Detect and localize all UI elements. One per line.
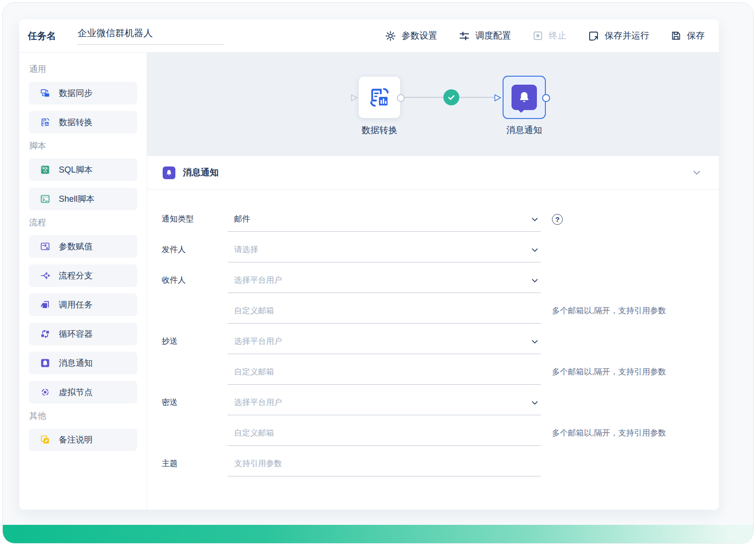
flow-canvas[interactable]: 数据转换 消息通知 xyxy=(147,53,719,156)
bcc-select[interactable]: 选择平台用户 xyxy=(228,397,541,415)
save-run-icon xyxy=(588,30,599,42)
loop-container-icon xyxy=(40,329,50,339)
save-and-run-label: 保存并运行 xyxy=(605,30,649,42)
notify-type-value: 邮件 xyxy=(234,214,250,223)
chevron-down-icon xyxy=(530,276,539,285)
node-notification-selected[interactable] xyxy=(503,76,546,119)
save-and-run-button[interactable]: 保存并运行 xyxy=(588,30,649,42)
sidebar-item-branch[interactable]: 流程分支 xyxy=(29,264,137,287)
sidebar-item-label: 备注说明 xyxy=(59,434,93,445)
sidebar-item-label: 循环容器 xyxy=(59,328,93,340)
form-row-notify-type: 通知类型 邮件 ? xyxy=(162,214,719,245)
notify-type-select[interactable]: 邮件 xyxy=(228,214,541,232)
custom-email-hint: 多个邮箱以,隔开，支持引用参数 xyxy=(552,306,666,316)
branch-icon xyxy=(40,271,50,280)
sidebar-item-shell-script[interactable]: Shell脚本 xyxy=(29,188,137,210)
note-icon xyxy=(40,435,50,444)
config-panel-header: 消息通知 xyxy=(147,156,719,190)
work-area: 通用 数据同步 xyxy=(19,53,719,510)
sidebar-item-label: Shell脚本 xyxy=(59,193,94,205)
output-port[interactable] xyxy=(542,94,550,102)
form-row-bcc-custom-email: 自定义邮箱 多个邮箱以,隔开，支持引用参数 xyxy=(162,428,719,459)
chevron-down-icon xyxy=(530,337,539,346)
bcc-custom-email-input[interactable]: 自定义邮箱 xyxy=(228,428,541,446)
param-settings-button[interactable]: 参数设置 xyxy=(385,30,437,42)
task-name-value: 企业微信群机器人 xyxy=(78,28,153,38)
sidebar-item-label: SQL脚本 xyxy=(59,164,93,175)
recipient-select[interactable]: 选择平台用户 xyxy=(228,275,541,293)
virtual-node-icon xyxy=(40,388,50,397)
form-row-cc-custom-email: 自定义邮箱 多个邮箱以,隔开，支持引用参数 xyxy=(162,367,719,397)
sql-script-icon: SQL <> xyxy=(40,165,50,174)
param-assign-icon: A xyxy=(40,242,50,251)
shell-script-icon xyxy=(40,194,50,204)
terminate-label: 终止 xyxy=(549,30,567,42)
cc-select[interactable]: 选择平台用户 xyxy=(228,336,541,354)
form-row-recipient: 收件人 选择平台用户 xyxy=(162,275,719,306)
cc-placeholder: 选择平台用户 xyxy=(234,337,282,346)
sidebar-item-call-task[interactable]: 调用任务 xyxy=(29,293,137,316)
subject-placeholder: 支持引用参数 xyxy=(234,459,282,468)
input-port-triangle-icon[interactable] xyxy=(494,94,502,102)
data-transform-icon xyxy=(40,118,50,127)
sidebar-item-param-assign[interactable]: A 参数赋值 xyxy=(29,235,137,258)
bcc-placeholder: 选择平台用户 xyxy=(234,398,282,407)
sender-select[interactable]: 请选择 xyxy=(228,245,541,262)
custom-email-placeholder: 自定义邮箱 xyxy=(234,367,274,376)
collapse-chevron-icon[interactable] xyxy=(692,167,702,178)
footer-gradient-bar xyxy=(3,525,753,543)
form-row-cc: 抄送 选择平台用户 xyxy=(162,336,719,367)
input-port-triangle-icon[interactable] xyxy=(350,94,358,102)
gear-icon xyxy=(385,30,396,42)
custom-email-hint: 多个邮箱以,隔开，支持引用参数 xyxy=(552,428,666,438)
main-column: 数据转换 消息通知 消息通知 xyxy=(147,53,719,510)
data-sync-icon xyxy=(40,88,50,98)
task-name-input[interactable]: 企业微信群机器人 xyxy=(77,27,224,45)
sidebar-item-data-sync[interactable]: 数据同步 xyxy=(29,82,137,104)
section-title-general: 通用 xyxy=(29,63,137,75)
main-window: 任务名 企业微信群机器人 参数设置 xyxy=(19,19,719,510)
node-label: 数据转换 xyxy=(345,124,414,136)
schedule-config-button[interactable]: 调度配置 xyxy=(458,30,511,42)
stop-icon xyxy=(532,30,543,41)
field-label: 发件人 xyxy=(162,245,228,255)
form-row-sender: 发件人 请选择 xyxy=(162,245,719,275)
svg-text:<>: <> xyxy=(43,170,47,173)
sidebar-item-notification[interactable]: 消息通知 xyxy=(29,352,137,374)
sidebar-item-virtual-node[interactable]: 虚拟节点 xyxy=(29,381,137,404)
form-row-recipient-custom-email: 自定义邮箱 多个邮箱以,隔开，支持引用参数 xyxy=(162,306,719,336)
schedule-config-label: 调度配置 xyxy=(475,30,511,42)
sidebar-item-label: 消息通知 xyxy=(59,357,93,369)
param-settings-label: 参数设置 xyxy=(402,30,437,42)
subject-input[interactable]: 支持引用参数 xyxy=(228,459,541,476)
custom-email-placeholder: 自定义邮箱 xyxy=(234,306,274,315)
sidebar-item-loop-container[interactable]: 循环容器 xyxy=(29,323,137,345)
form-row-subject: 主题 支持引用参数 xyxy=(162,459,719,489)
sidebar-item-note[interactable]: 备注说明 xyxy=(29,428,137,451)
section-title-flow: 流程 xyxy=(29,217,137,228)
config-panel-title: 消息通知 xyxy=(183,166,219,179)
cc-custom-email-input[interactable]: 自定义邮箱 xyxy=(228,367,541,385)
sidebar-item-data-transform[interactable]: 数据转换 xyxy=(29,111,137,134)
notification-icon xyxy=(40,358,50,368)
help-icon[interactable]: ? xyxy=(552,214,563,225)
sliders-icon xyxy=(458,30,470,42)
section-title-other: 其他 xyxy=(29,410,137,421)
custom-email-hint: 多个邮箱以,隔开，支持引用参数 xyxy=(552,367,666,377)
section-title-script: 脚本 xyxy=(29,140,137,151)
sidebar-item-sql-script[interactable]: SQL <> SQL脚本 xyxy=(29,158,137,181)
recipient-placeholder: 选择平台用户 xyxy=(234,276,282,285)
output-port[interactable] xyxy=(397,94,405,102)
field-label: 密送 xyxy=(162,397,228,408)
node-label: 消息通知 xyxy=(489,124,559,136)
chevron-down-icon xyxy=(530,215,539,224)
sidebar-item-label: 调用任务 xyxy=(59,299,93,310)
recipient-custom-email-input[interactable]: 自定义邮箱 xyxy=(228,306,541,324)
toolbar: 参数设置 调度配置 xyxy=(385,30,705,42)
data-transform-icon xyxy=(369,87,390,108)
call-task-icon xyxy=(40,300,50,309)
save-button[interactable]: 保存 xyxy=(670,30,705,42)
sender-placeholder: 请选择 xyxy=(234,245,258,254)
save-icon xyxy=(670,30,682,41)
node-data-transform[interactable] xyxy=(359,77,400,118)
